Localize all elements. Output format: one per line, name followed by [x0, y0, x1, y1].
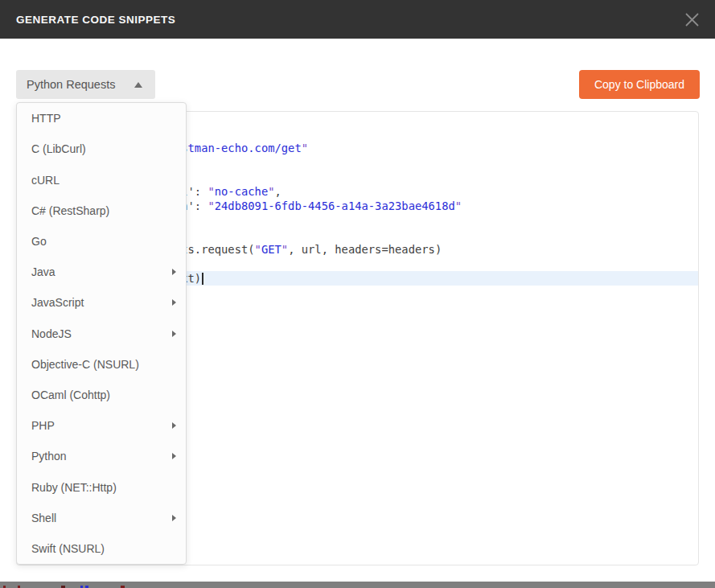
menu-item-label: PHP [31, 419, 55, 432]
submenu-arrow-icon [172, 515, 176, 521]
modal-header: GENERATE CODE SNIPPETS [0, 0, 715, 39]
language-dropdown-menu: HTTPC (LibCurl)cURLC# (RestSharp)GoJavaJ… [16, 102, 187, 565]
language-selector-label: Python Requests [27, 78, 115, 91]
menu-item-label: Java [31, 265, 55, 278]
language-selector-button[interactable]: Python Requests [16, 70, 155, 99]
copy-to-clipboard-button[interactable]: Copy to Clipboard [579, 70, 700, 99]
chevron-up-icon [134, 82, 142, 88]
menu-item-label: C# (RestSharp) [31, 204, 109, 217]
menu-item-label: Objective-C (NSURL) [31, 358, 139, 371]
menu-item-label: Shell [31, 512, 56, 524]
submenu-arrow-icon [172, 269, 176, 275]
menu-item-ruby-net-http[interactable]: Ruby (NET::Http) [17, 471, 186, 502]
generate-code-snippets-modal: GENERATE CODE SNIPPETS Python Requests C… [0, 0, 715, 588]
menu-item-ocaml-cohttp[interactable]: OCaml (Cohttp) [17, 380, 186, 410]
close-button[interactable] [676, 0, 708, 39]
menu-item-label: OCaml (Cohttp) [31, 389, 110, 401]
menu-item-javascript[interactable]: JavaScript [17, 287, 186, 318]
menu-item-http[interactable]: HTTP [17, 103, 186, 134]
menu-item-swift-nsurl[interactable]: Swift (NSURL) [17, 533, 186, 564]
menu-item-label: cURL [31, 174, 60, 187]
menu-item-label: Swift (NSURL) [31, 542, 105, 555]
menu-item-label: C (LibCurl) [31, 142, 86, 155]
menu-item-python[interactable]: Python [17, 441, 186, 471]
menu-item-php[interactable]: PHP [17, 410, 186, 441]
menu-item-shell[interactable]: Shell [17, 503, 186, 533]
text-cursor [202, 273, 203, 285]
menu-item-c-restsharp[interactable]: C# (RestSharp) [17, 195, 186, 226]
menu-item-label: NodeJS [31, 327, 72, 340]
submenu-arrow-icon [172, 331, 176, 337]
menu-item-label: HTTP [31, 112, 61, 125]
modal-title: GENERATE CODE SNIPPETS [0, 14, 175, 26]
menu-item-label: Go [31, 235, 47, 248]
menu-item-label: JavaScript [31, 296, 84, 309]
menu-item-label: Ruby (NET::Http) [31, 481, 117, 494]
submenu-arrow-icon [172, 453, 176, 459]
submenu-arrow-icon [172, 299, 176, 306]
menu-item-c-libcurl[interactable]: C (LibCurl) [17, 134, 186, 164]
submenu-arrow-icon [172, 422, 176, 429]
menu-item-go[interactable]: Go [17, 226, 186, 257]
menu-item-nodejs[interactable]: NodeJS [17, 318, 186, 348]
menu-item-label: Python [31, 450, 67, 463]
dimmed-page-backdrop [0, 582, 715, 588]
close-icon [684, 12, 700, 27]
menu-item-curl[interactable]: cURL [17, 164, 186, 195]
menu-item-objective-c-nsurl[interactable]: Objective-C (NSURL) [17, 349, 186, 380]
menu-item-java[interactable]: Java [17, 257, 186, 287]
